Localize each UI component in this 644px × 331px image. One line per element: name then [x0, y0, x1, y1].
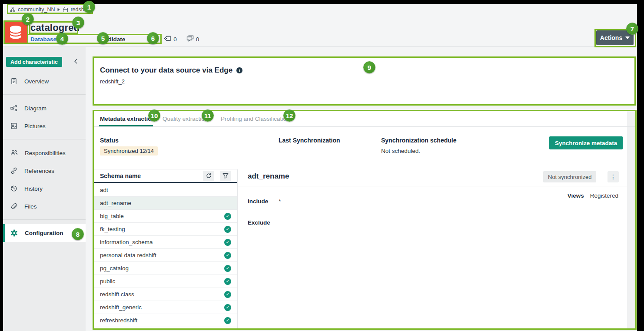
- schema-row[interactable]: information_schema ✓: [93, 236, 237, 249]
- schedule-value: Not scheduled.: [381, 148, 420, 154]
- kebab-menu-button[interactable]: ⋮: [607, 171, 619, 182]
- synced-check-icon: ✓: [224, 213, 231, 220]
- schedule-label: Synchronization schedule: [381, 137, 456, 144]
- sidebar-item-files[interactable]: Files: [3, 200, 86, 213]
- tag-icon: [164, 36, 171, 43]
- annotation-badge-8: 8: [72, 228, 84, 240]
- community-icon: [10, 7, 16, 13]
- views-registered-row: Views Registered: [539, 192, 618, 199]
- sidebar-divider: [3, 94, 86, 95]
- annotation-badge-5: 5: [97, 32, 109, 44]
- history-clock-icon: [10, 185, 17, 192]
- annotation-badge-6: 6: [147, 32, 159, 44]
- breadcrumb-separator-icon: [57, 7, 60, 12]
- edge-card-title: Connect to your data source via Edge: [100, 66, 232, 75]
- info-icon[interactable]: i: [236, 67, 242, 73]
- document-icon: [10, 78, 17, 85]
- sidebar-item-label: Responsibilities: [25, 150, 66, 156]
- schema-detail-title: adt_rename: [248, 172, 289, 181]
- gear-icon: [10, 229, 18, 237]
- breadcrumb: community_NN redshift_2: [10, 6, 94, 13]
- synchronize-metadata-button[interactable]: Synchronize metadata: [549, 136, 623, 149]
- schema-name: redshift.class: [100, 291, 224, 298]
- exclude-label: Exclude: [248, 219, 270, 226]
- schema-name: refreshredshift: [100, 317, 224, 324]
- include-value: *: [279, 198, 281, 205]
- schema-row[interactable]: redshift_generic ✓: [93, 301, 237, 314]
- schema-name-column-header: Schema name: [93, 172, 203, 179]
- schema-name: redshift_generic: [100, 304, 224, 311]
- exclude-row: Exclude: [248, 218, 270, 226]
- schema-row[interactable]: personal data redshift ✓: [93, 249, 237, 262]
- filter-funnel-icon: [222, 173, 229, 179]
- breadcrumb-community[interactable]: community_NN: [18, 7, 55, 13]
- schema-name: big_table: [100, 213, 224, 219]
- comment-count: 0: [196, 36, 199, 43]
- sidebar-item-label: Files: [24, 203, 37, 210]
- sidebar-item-label: References: [24, 168, 54, 174]
- annotation-badge-3: 3: [72, 17, 84, 29]
- schema-row[interactable]: big_table ✓: [93, 210, 237, 223]
- sidebar-item-pictures[interactable]: Pictures: [3, 119, 86, 132]
- diagram-icon: [10, 105, 17, 112]
- people-icon: [10, 149, 18, 156]
- sidebar-item-diagram[interactable]: Diagram: [3, 102, 86, 115]
- schema-row[interactable]: pg_catalog ✓: [93, 262, 237, 275]
- sidebar-item-overview[interactable]: Overview: [3, 75, 86, 88]
- annotation-badge-12: 12: [283, 109, 295, 122]
- sidebar-item-responsibilities[interactable]: Responsibilities: [3, 146, 86, 159]
- scroll-gutter: [627, 111, 635, 328]
- sidebar-divider: [3, 139, 86, 139]
- schema-table-header: Schema name: [93, 169, 237, 183]
- sidebar-item-label: History: [24, 185, 43, 192]
- synced-check-icon: ✓: [224, 278, 231, 285]
- include-row: Include *: [248, 198, 281, 205]
- edge-card-title-row: Connect to your data source via Edge i: [100, 66, 242, 75]
- schema-panel-divider: [237, 169, 238, 329]
- annotation-badge-4: 4: [56, 33, 68, 45]
- add-characteristic-button[interactable]: Add characteristic: [6, 57, 62, 67]
- last-sync-label: Last Synchronization: [279, 137, 340, 144]
- annotation-badge-10: 10: [148, 109, 160, 122]
- asset-type-link[interactable]: Database: [30, 36, 56, 43]
- tag-count-group[interactable]: 0: [164, 36, 177, 43]
- asset-type-icon: [63, 7, 68, 13]
- annotation-badge-7: 7: [626, 23, 638, 35]
- schema-row[interactable]: redshift.class ✓: [93, 288, 237, 301]
- synced-check-icon: ✓: [224, 239, 231, 246]
- comment-count-group[interactable]: 0: [186, 35, 199, 43]
- sidebar-divider: [3, 219, 86, 220]
- schema-row[interactable]: public ✓: [93, 275, 237, 288]
- schema-name: adt_rename: [100, 200, 224, 206]
- schema-name: pg_catalog: [100, 265, 224, 271]
- schema-row[interactable]: refreshredshift ✓: [93, 314, 237, 327]
- schema-row[interactable]: fk_testing ✓: [93, 223, 237, 236]
- sync-status-badge: Synchronized 12/14: [100, 146, 158, 156]
- filter-button[interactable]: [220, 171, 231, 181]
- picture-icon: [10, 122, 17, 129]
- annotation-badge-11: 11: [202, 109, 214, 122]
- tab-profiling-classification[interactable]: Profiling and Classification: [221, 116, 289, 126]
- sidebar: Add characteristic Overview Diagram Pict…: [3, 47, 86, 331]
- sidebar-item-references[interactable]: References: [3, 164, 86, 177]
- synced-check-icon: ✓: [224, 252, 231, 259]
- schema-row[interactable]: adt ✓: [93, 184, 237, 197]
- tabbar-border: [93, 126, 635, 127]
- collapse-sidebar-icon[interactable]: [73, 58, 78, 66]
- not-synchronized-badge: Not synchronized: [543, 171, 596, 182]
- sidebar-item-history[interactable]: History: [3, 182, 86, 195]
- detail-divider: [238, 186, 627, 186]
- schema-name: personal data redshift: [100, 252, 224, 258]
- edge-connection-name: redshift_2: [100, 78, 125, 85]
- redshift-database-icon: [4, 21, 27, 44]
- annotation-badge-1: 1: [83, 1, 95, 13]
- actions-button-label: Actions: [600, 34, 622, 41]
- header-divider: [3, 46, 637, 47]
- annotation-badge-2: 2: [22, 13, 34, 25]
- refresh-button[interactable]: [203, 171, 214, 181]
- tab-quality-extraction[interactable]: Quality extraction: [163, 116, 208, 126]
- screenshot-stage: community_NN redshift_2 catalogred Datab…: [0, 0, 644, 331]
- sidebar-item-label: Diagram: [24, 105, 46, 112]
- chevron-down-icon: [625, 36, 630, 39]
- schema-row[interactable]: adt_rename ✓: [93, 197, 237, 210]
